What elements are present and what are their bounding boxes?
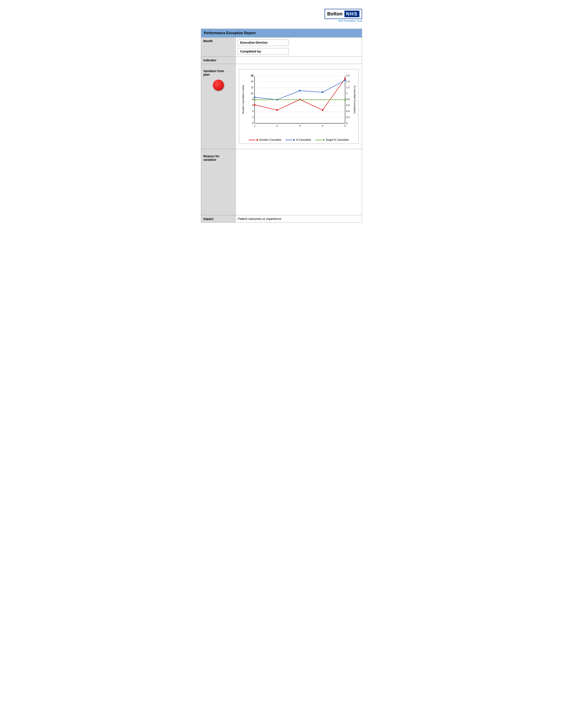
legend-pct-cancelled-label: % Cancelled: [296, 138, 311, 141]
svg-text:1: 1: [254, 124, 255, 127]
reason-label: Reason for variation: [201, 149, 235, 215]
indicator-label: Indicator: [201, 57, 235, 64]
svg-text:% Cancelled (Cumulative): % Cancelled (Cumulative): [354, 85, 356, 113]
num-cancelled-dot-4: [322, 109, 324, 111]
main-report-table: Performance Exception Report Month Execu…: [201, 29, 362, 223]
svg-text:Number Cancelled in week: Number Cancelled in week: [242, 85, 244, 114]
svg-text:0.8: 0.8: [346, 98, 350, 101]
variation-label: Variation from plan: [201, 64, 235, 149]
chart-legend: Number Cancelled % Cancelled: [241, 138, 356, 141]
completed-by-box: Completed by:: [238, 48, 289, 55]
report-title: Performance Exception Report: [201, 29, 362, 38]
svg-text:1.4: 1.4: [346, 80, 350, 83]
month-label: Month: [201, 38, 235, 57]
chart-container: 0 2 4 6 8 10 12 14 16 18 0 0: [239, 69, 359, 144]
indicator-row: Indicator: [201, 57, 362, 64]
indicator-value: [235, 57, 362, 64]
page-header: Bolton NHS NHS Foundation Trust: [201, 9, 362, 22]
svg-text:10: 10: [251, 92, 253, 95]
variation-content-cell: 0 2 4 6 8 10 12 14 16 18 0 0: [235, 64, 362, 149]
svg-text:0: 0: [252, 122, 253, 124]
impact-value: Patient outcomes or experience: [235, 215, 362, 223]
reason-content: [235, 149, 362, 215]
svg-text:8: 8: [252, 98, 253, 101]
target-pct-dot-5: [344, 99, 346, 101]
pct-cancelled-dot-4: [322, 91, 324, 93]
logo-bolton-text: Bolton: [327, 11, 343, 17]
variation-row: Variation from plan: [201, 64, 362, 149]
pct-cancelled-dot-1: [254, 96, 255, 98]
pct-cancelled-dot-3: [299, 90, 301, 92]
pct-cancelled-dot-5: [344, 79, 346, 81]
svg-text:18: 18: [251, 74, 253, 77]
svg-text:0: 0: [346, 122, 348, 124]
chart-wrapper: 0 2 4 6 8 10 12 14 16 18 0 0: [238, 66, 360, 147]
svg-text:1.2: 1.2: [346, 86, 350, 89]
svg-text:0.4: 0.4: [346, 110, 350, 113]
executive-director-box: Executive Director:: [238, 39, 289, 46]
legend-target-pct-label: Target % Cancelled: [326, 138, 349, 141]
director-fields: Executive Director: Completed by:: [235, 38, 362, 57]
svg-text:14: 14: [251, 80, 253, 83]
logo-trust-text: NHS Foundation Trust: [338, 19, 362, 22]
line-chart: 0 2 4 6 8 10 12 14 16 18 0 0: [241, 73, 356, 137]
svg-text:4: 4: [322, 124, 323, 127]
svg-text:1.6: 1.6: [346, 74, 350, 77]
svg-text:5: 5: [345, 124, 346, 127]
target-pct-dot-1: [254, 99, 255, 101]
svg-text:6: 6: [252, 104, 253, 107]
legend-target-pct: Target % Cancelled: [315, 138, 349, 141]
reason-row: Reason for variation: [201, 149, 362, 215]
executive-director-label: Executive Director:: [240, 41, 268, 44]
num-cancelled-dot-2: [276, 109, 278, 111]
legend-number-cancelled-label: Number Cancelled: [259, 138, 281, 141]
month-director-row: Month Executive Director: Completed by:: [201, 38, 362, 57]
impact-label: Impact: [201, 215, 235, 223]
num-cancelled-dot-5: [344, 78, 346, 79]
svg-text:0.2: 0.2: [346, 116, 350, 118]
svg-text:12: 12: [251, 86, 253, 89]
svg-text:2: 2: [252, 116, 253, 118]
red-circle-indicator: [213, 80, 224, 91]
svg-text:2: 2: [276, 124, 278, 127]
svg-text:0.6: 0.6: [346, 104, 350, 107]
logo-nhs-text: NHS: [345, 11, 360, 17]
svg-text:4: 4: [252, 110, 253, 113]
svg-text:1: 1: [346, 92, 348, 95]
svg-text:3: 3: [299, 124, 301, 127]
legend-pct-cancelled: % Cancelled: [286, 138, 311, 141]
legend-number-cancelled: Number Cancelled: [249, 138, 281, 141]
impact-row: Impact Patient outcomes or experience: [201, 215, 362, 223]
num-cancelled-dot-1: [254, 104, 255, 106]
logo-box: Bolton NHS: [325, 9, 362, 19]
completed-by-label: Completed by:: [240, 50, 261, 53]
title-row: Performance Exception Report: [201, 29, 362, 38]
